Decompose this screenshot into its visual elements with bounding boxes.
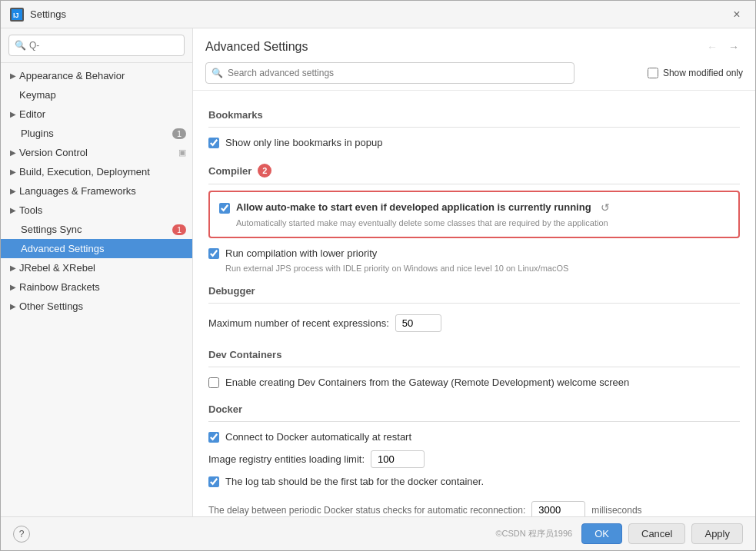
setting-label[interactable]: Allow auto-make to start even if develop…	[219, 201, 610, 214]
ok-button[interactable]: OK	[581, 523, 622, 544]
titlebar: IJ Settings ×	[1, 1, 755, 28]
setting-label[interactable]: The log tab should be the first tab for …	[208, 476, 484, 487]
sidebar-item-keymap[interactable]: Keymap	[1, 85, 192, 105]
right-panel-header: Advanced Settings ← → 🔍 Show modified on…	[193, 28, 755, 91]
sidebar-item-advanced-settings[interactable]: Advanced Settings	[1, 239, 192, 258]
sidebar-item-label: Languages & Frameworks	[19, 185, 136, 197]
right-panel: Advanced Settings ← → 🔍 Show modified on…	[193, 28, 755, 516]
settings-search-container: 🔍	[205, 62, 574, 84]
setting-image-registry: Image registry entities loading limit:	[208, 446, 740, 473]
sidebar: 🔍 ▶ Appearance & Behavior Keymap ▶ Edito…	[1, 28, 193, 516]
bottom-buttons: OK Cancel Apply	[581, 523, 743, 544]
allow-auto-make-checkbox[interactable]	[219, 203, 230, 214]
app-icon: IJ	[10, 8, 24, 22]
setting-max-expressions: Maximum number of recent expressions:	[208, 310, 740, 337]
panel-title: Advanced Settings	[205, 40, 308, 54]
auto-make-description: Automatically started make may eventuall…	[219, 218, 729, 227]
section-divider	[208, 421, 740, 422]
sidebar-nav: ▶ Appearance & Behavior Keymap ▶ Editor …	[1, 63, 192, 516]
connect-docker-checkbox[interactable]	[208, 432, 219, 443]
setting-label[interactable]: Show only line bookmarks in popup	[208, 137, 383, 148]
setting-label[interactable]: Enable creating Dev Containers from the …	[208, 377, 629, 388]
search-icon: 🔍	[15, 40, 26, 51]
sidebar-search-container: 🔍	[1, 28, 192, 63]
sidebar-item-label: Advanced Settings	[21, 243, 104, 254]
log-tab-checkbox[interactable]	[208, 476, 219, 487]
chevron-right-icon: ▶	[10, 148, 16, 157]
compiler-highlight-box: Allow auto-make to start even if develop…	[208, 191, 740, 238]
section-docker-title: Docker	[208, 403, 740, 415]
sidebar-item-label: Appearance & Behavior	[19, 70, 125, 81]
sidebar-item-plugins[interactable]: Plugins 1	[1, 124, 192, 143]
panel-title-row: Advanced Settings ← →	[205, 38, 743, 56]
sidebar-item-version-control[interactable]: ▶ Version Control ▣	[1, 143, 192, 162]
bottom-left: ?	[13, 526, 30, 543]
show-line-bookmarks-checkbox[interactable]	[208, 138, 219, 148]
reset-icon[interactable]: ↺	[601, 201, 610, 214]
enable-dev-containers-checkbox[interactable]	[208, 377, 219, 388]
sidebar-item-settings-sync[interactable]: Settings Sync 1	[1, 220, 192, 239]
chevron-right-icon: ▶	[10, 283, 16, 291]
nav-arrows: ← →	[703, 38, 743, 56]
sidebar-item-other-settings[interactable]: ▶ Other Settings	[1, 297, 192, 316]
main-content: 🔍 ▶ Appearance & Behavior Keymap ▶ Edito…	[1, 28, 755, 516]
setting-enable-dev-containers: Enable creating Dev Containers from the …	[208, 373, 740, 391]
sidebar-item-label: Other Settings	[19, 300, 83, 312]
close-button[interactable]: ×	[728, 5, 746, 24]
setting-connect-docker: Connect to Docker automatically at resta…	[208, 428, 740, 446]
section-dev-containers-title: Dev Containers	[208, 349, 740, 360]
sidebar-item-label: Rainbow Brackets	[19, 281, 100, 293]
run-compilation-checkbox[interactable]	[208, 248, 219, 259]
bottom-right-area: ©CSDN 程序员1996 OK Cancel Apply	[495, 523, 743, 544]
apply-button[interactable]: Apply	[691, 523, 743, 544]
setting-label[interactable]: Connect to Docker automatically at resta…	[208, 431, 411, 443]
chevron-right-icon: ▶	[10, 110, 16, 118]
section-compiler-title: Compiler 2	[208, 164, 740, 178]
setting-run-compilation: Run compilation with lower priority	[208, 244, 740, 262]
chevron-right-icon: ▶	[10, 206, 16, 214]
sidebar-item-appearance[interactable]: ▶ Appearance & Behavior	[1, 66, 192, 85]
search-row: 🔍 Show modified only	[205, 62, 743, 84]
run-compilation-description: Run external JPS process with IDLE prior…	[208, 264, 740, 273]
forward-button[interactable]: →	[724, 38, 743, 56]
setting-delay-docker: The delay between periodic Docker status…	[208, 496, 740, 516]
show-modified-checkbox[interactable]	[648, 68, 658, 78]
run-compilation-row: Run compilation with lower priority Run …	[208, 244, 740, 273]
search-icon: 🔍	[211, 68, 223, 78]
sidebar-item-build[interactable]: ▶ Build, Execution, Deployment	[1, 162, 192, 181]
sidebar-item-rainbow-brackets[interactable]: ▶ Rainbow Brackets	[1, 277, 192, 297]
sidebar-search-input[interactable]	[8, 35, 185, 56]
chevron-right-icon: ▶	[10, 302, 16, 310]
modified-indicator: ▣	[178, 148, 186, 158]
sidebar-item-label: Build, Execution, Deployment	[19, 166, 150, 178]
delay-docker-input[interactable]	[531, 501, 585, 516]
section-debugger-title: Debugger	[208, 285, 740, 297]
sidebar-item-languages[interactable]: ▶ Languages & Frameworks	[1, 181, 192, 201]
back-button[interactable]: ←	[703, 38, 721, 56]
bottom-bar: ? ©CSDN 程序员1996 OK Cancel Apply	[1, 516, 755, 550]
sidebar-item-label: Editor	[19, 108, 45, 120]
max-expressions-input[interactable]	[395, 314, 441, 332]
cancel-button[interactable]: Cancel	[628, 523, 685, 544]
settings-sync-badge: 1	[172, 224, 186, 235]
section-divider	[208, 184, 740, 184]
sidebar-item-editor[interactable]: ▶ Editor	[1, 105, 192, 124]
setting-label[interactable]: Run compilation with lower priority	[208, 247, 377, 259]
setting-allow-auto-make: Allow auto-make to start even if develop…	[219, 198, 729, 217]
sidebar-item-label: Keymap	[19, 89, 56, 101]
image-registry-input[interactable]	[371, 450, 425, 468]
settings-search-input[interactable]	[205, 62, 574, 84]
show-modified-label[interactable]: Show modified only	[648, 68, 743, 78]
svg-text:IJ: IJ	[13, 12, 19, 19]
sidebar-item-tools[interactable]: ▶ Tools	[1, 201, 192, 220]
sidebar-item-jrebel[interactable]: ▶ JRebel & XRebel	[1, 258, 192, 277]
section-divider	[208, 303, 740, 304]
window-title: Settings	[30, 8, 728, 20]
help-button[interactable]: ?	[13, 526, 30, 543]
sidebar-item-label: Tools	[19, 204, 42, 216]
setting-log-tab: The log tab should be the first tab for …	[208, 473, 740, 490]
setting-show-line-bookmarks: Show only line bookmarks in popup	[208, 134, 740, 151]
section-bookmarks-title: Bookmarks	[208, 109, 740, 121]
settings-window: IJ Settings × 🔍 ▶ Appearance & Behavior	[0, 0, 756, 551]
brand-text: ©CSDN 程序员1996	[495, 528, 572, 539]
